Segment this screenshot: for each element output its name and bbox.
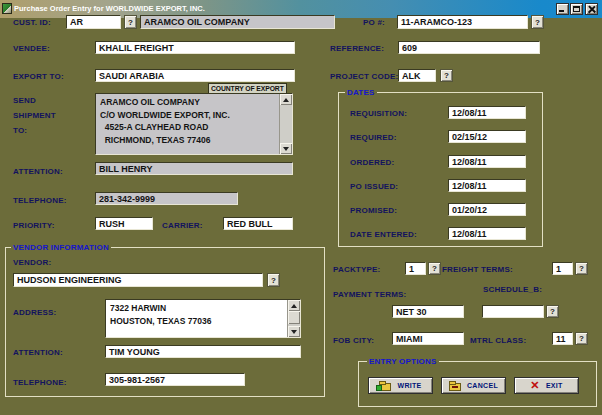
write-button[interactable]: WRITE <box>368 377 433 394</box>
send-shipment-to-memo[interactable]: ARAMCO OIL COMPANYC/O WORLDWIDE EXPORT, … <box>95 93 293 155</box>
exit-button-label: EXIT <box>546 382 563 389</box>
minimize-button[interactable] <box>556 3 569 15</box>
date-entered-label: DATE ENTERED: <box>350 230 417 239</box>
scrollbar-thumb[interactable] <box>288 311 300 324</box>
po-issued-label: PO ISSUED: <box>350 182 398 191</box>
address-label: ADDRESS: <box>13 308 56 317</box>
vendor-label: VENDOR: <box>13 258 51 267</box>
carrier-label: CARRIER: <box>162 221 203 230</box>
promised-label: PROMISED: <box>350 206 397 215</box>
window-title: Purchase Order Entry for WORLDWIDE EXPOR… <box>14 4 205 13</box>
write-folder-icon <box>379 383 391 391</box>
priority-label: PRIORITY: <box>13 221 55 230</box>
dates-group-title: DATES <box>345 88 377 97</box>
reference-label: REFERENCE: <box>330 44 384 53</box>
ship-to-line: 4525-A CLAYHEAD ROAD <box>100 121 277 134</box>
vendor-telephone-label: TELEPHONE: <box>13 378 67 387</box>
scroll-up-icon[interactable] <box>280 94 292 105</box>
schedule-b-field[interactable] <box>482 305 544 318</box>
purchase-order-window: Purchase Order Entry for WORLDWIDE EXPOR… <box>0 0 602 415</box>
packtype-label: PACKTYPE: <box>333 265 380 274</box>
requisition-label: REQUISITION: <box>350 109 407 118</box>
mtrl-class-field[interactable]: 11 <box>552 332 573 345</box>
scroll-up-icon[interactable] <box>288 300 300 311</box>
reference-field[interactable]: 609 <box>398 41 540 54</box>
vendor-information-group-title: VENDOR INFORMATION <box>11 243 111 252</box>
vendor-field[interactable]: HUDSON ENGINEERING <box>13 273 263 287</box>
send-shipment-to-label-line3: TO: <box>13 126 27 135</box>
payment-terms-field[interactable]: NET 30 <box>392 305 464 318</box>
packtype-field[interactable]: 1 <box>405 262 426 275</box>
maximize-button[interactable] <box>570 3 583 15</box>
ship-attention-field: BILL HENRY <box>95 162 293 175</box>
schedule-b-label: SCHEDULE_B: <box>483 285 542 294</box>
project-code-field[interactable]: ALK <box>398 69 436 82</box>
freight-terms-label: FREIGHT TERMS: <box>442 265 513 274</box>
cancel-folder-icon <box>449 383 461 391</box>
fob-city-label: FOB CITY: <box>333 336 374 345</box>
scroll-down-icon[interactable] <box>288 326 300 337</box>
fob-city-field[interactable]: MIAMI <box>392 332 464 345</box>
scroll-down-icon[interactable] <box>280 143 292 154</box>
date-entered-field[interactable]: 12/08/11 <box>448 227 526 240</box>
export-to-label: EXPORT TO: <box>13 72 64 81</box>
address-line: HOUSTON, TEXAS 77036 <box>110 315 285 328</box>
carrier-field[interactable]: RED BULL <box>223 217 293 230</box>
freight-terms-lookup-button[interactable]: ? <box>575 262 588 275</box>
exit-x-icon: ✕ <box>530 380 540 391</box>
packtype-lookup-button[interactable]: ? <box>428 262 441 275</box>
vendee-field[interactable]: KHALIL FREIGHT <box>95 41 295 54</box>
close-button[interactable] <box>585 3 598 15</box>
write-button-label: WRITE <box>397 382 421 389</box>
ordered-label: ORDERED: <box>350 158 394 167</box>
cancel-button[interactable]: CANCEL <box>441 377 506 394</box>
cancel-button-label: CANCEL <box>467 382 498 389</box>
entry-options-group-title: ENTRY OPTIONS <box>367 357 439 366</box>
po-number-label: PO #: <box>363 18 385 27</box>
exit-button[interactable]: ✕ EXIT <box>514 377 579 394</box>
priority-field[interactable]: RUSH <box>95 217 153 230</box>
po-issued-field[interactable]: 12/08/11 <box>448 179 526 192</box>
vendor-attention-label: ATTENTION: <box>13 348 63 357</box>
payment-terms-label: PAYMENT TERMS: <box>333 290 406 299</box>
required-label: REQUIRED: <box>350 133 397 142</box>
freight-terms-field[interactable]: 1 <box>552 262 573 275</box>
vendor-telephone-field[interactable]: 305-981-2567 <box>105 373 245 386</box>
close-icon <box>588 5 595 13</box>
ship-to-line: RICHMOND, TEXAS 77406 <box>100 134 277 147</box>
mtrl-class-lookup-button[interactable]: ? <box>575 332 588 345</box>
project-code-label: PROJECT CODE: <box>330 72 398 81</box>
cust-company-field: ARAMCO OIL COMPANY <box>140 15 335 29</box>
schedule-b-lookup-button[interactable]: ? <box>546 305 559 318</box>
address-line: 7322 HARWIN <box>110 302 285 315</box>
po-number-field[interactable]: 11-ARAMCO-123 <box>397 15 528 29</box>
ship-to-line: C/O WORLDWIDE EXPORT, INC. <box>100 109 277 122</box>
cust-id-label: CUST. ID: <box>13 18 51 27</box>
promised-field[interactable]: 01/20/12 <box>448 203 526 216</box>
po-number-lookup-button[interactable]: ? <box>531 15 544 29</box>
vendor-attention-field[interactable]: TIM YOUNG <box>105 345 301 358</box>
app-icon <box>2 3 12 14</box>
send-shipment-to-label-line2: SHIPMENT <box>13 111 56 120</box>
ship-to-scrollbar[interactable] <box>279 94 292 154</box>
address-memo[interactable]: 7322 HARWINHOUSTON, TEXAS 77036 <box>105 299 301 338</box>
address-scrollbar[interactable] <box>287 300 300 337</box>
minimize-icon <box>559 10 564 12</box>
ship-telephone-field: 281-342-9999 <box>95 192 238 205</box>
cust-id-lookup-button[interactable]: ? <box>124 15 137 29</box>
required-field[interactable]: 02/15/12 <box>448 130 526 143</box>
maximize-icon <box>573 6 580 12</box>
project-code-lookup-button[interactable]: ? <box>440 69 453 82</box>
export-to-field[interactable]: SAUDI ARABIA <box>95 69 295 82</box>
send-shipment-to-label-line1: SEND <box>13 96 36 105</box>
ship-to-line: ARAMCO OIL COMPANY <box>100 96 277 109</box>
cust-id-field[interactable]: AR <box>66 15 121 29</box>
requisition-field[interactable]: 12/08/11 <box>448 106 526 119</box>
ordered-field[interactable]: 12/08/11 <box>448 155 526 168</box>
vendor-lookup-button[interactable]: ? <box>267 273 280 287</box>
mtrl-class-label: MTRL CLASS: <box>470 336 526 345</box>
ship-telephone-label: TELEPHONE: <box>13 196 67 205</box>
ship-attention-label: ATTENTION: <box>13 167 63 176</box>
vendee-label: VENDEE: <box>13 44 50 53</box>
